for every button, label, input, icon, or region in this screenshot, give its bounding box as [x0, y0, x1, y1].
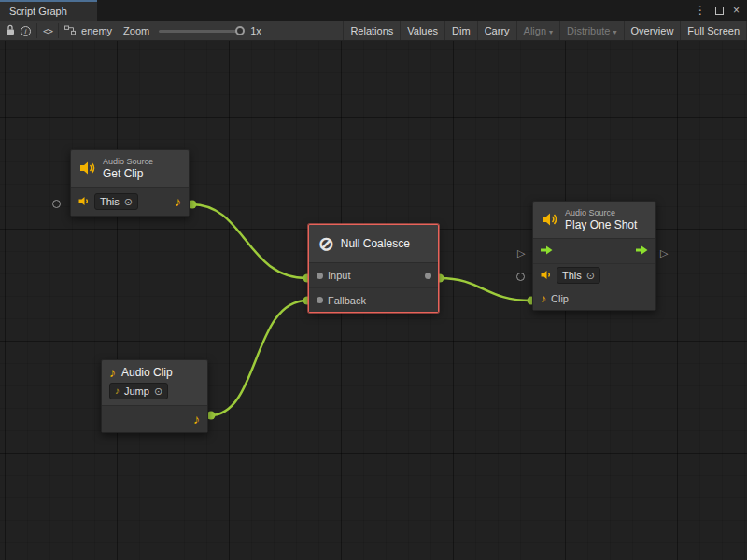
- node-title: Null Coalesce: [341, 237, 410, 250]
- play-one-shot-this-port[interactable]: [516, 273, 525, 281]
- node-play-one-shot[interactable]: Audio Source Play One Shot: [532, 201, 656, 311]
- play-one-shot-this-row: This ⊙: [533, 263, 655, 287]
- wire-nullcoalesce-to-clip[interactable]: [440, 278, 531, 301]
- this-dropdown[interactable]: This ⊙: [94, 193, 138, 210]
- get-clip-this-port[interactable]: [52, 200, 61, 208]
- chevron-down-icon: ▾: [549, 28, 553, 36]
- clip-port-row: ♪ Clip: [533, 287, 655, 310]
- dim-button[interactable]: Dim: [444, 21, 477, 40]
- node-title: Get Clip: [103, 167, 153, 180]
- full-screen-button[interactable]: Full Screen: [680, 21, 747, 40]
- node-get-clip[interactable]: Audio Source Get Clip This ⊙ ♪: [70, 149, 190, 217]
- chevron-down-icon: ▾: [613, 28, 617, 36]
- input-port-label: Input: [328, 270, 350, 281]
- node-title: Play One Shot: [565, 218, 637, 231]
- graph-breadcrumb[interactable]: enemy: [59, 21, 118, 40]
- window-close-icon[interactable]: ×: [733, 5, 740, 16]
- flow-out-port[interactable]: ▷: [660, 248, 668, 259]
- get-clip-this-row: This ⊙ ♪: [71, 188, 189, 216]
- node-get-clip-header[interactable]: Audio Source Get Clip: [71, 150, 189, 188]
- info-icon[interactable]: i: [21, 26, 31, 36]
- speaker-icon: [78, 196, 90, 208]
- target-picker-icon[interactable]: ⊙: [124, 197, 133, 207]
- result-output-port[interactable]: [425, 273, 431, 279]
- audioclip-output-icon: ♪: [193, 413, 200, 426]
- audio-source-icon: [79, 161, 96, 177]
- values-button[interactable]: Values: [400, 21, 444, 40]
- relations-button[interactable]: Relations: [343, 21, 400, 40]
- input-port-row: Input: [309, 263, 438, 287]
- node-null-coalesce[interactable]: ⊘ Null Coalesce Input Fallback: [308, 224, 439, 313]
- tab-script-graph[interactable]: Script Graph: [0, 0, 97, 21]
- clip-port-label: Clip: [551, 293, 569, 304]
- flow-in-arrow-icon[interactable]: [541, 245, 553, 258]
- target-picker-icon[interactable]: ⊙: [586, 271, 595, 281]
- graph-name-label: enemy: [81, 25, 112, 36]
- carry-button[interactable]: Carry: [477, 21, 516, 40]
- node-audio-clip[interactable]: ♪ Audio Clip ♪ Jump ⊙ ♪: [101, 359, 208, 433]
- graph-toolbar: i <> enemy Zoom 1x Relations: [0, 21, 747, 41]
- fallback-port-label: Fallback: [328, 295, 366, 306]
- flow-out-arrow-icon[interactable]: [636, 245, 648, 258]
- clip-port-icon: ♪: [541, 293, 546, 304]
- window-maximize-icon[interactable]: [715, 7, 724, 15]
- script-graph-window: Script Graph ⋮ × i <>: [0, 0, 747, 560]
- wire-audioclip-to-fallback[interactable]: [210, 301, 307, 415]
- zoom-slider[interactable]: [159, 30, 241, 33]
- fallback-port[interactable]: [317, 297, 323, 303]
- graph-canvas[interactable]: Audio Source Get Clip This ⊙ ♪: [0, 41, 747, 560]
- zoom-label: Zoom: [123, 25, 149, 36]
- flow-row: [533, 239, 655, 263]
- fallback-port-row: Fallback: [309, 287, 438, 312]
- graph-asset-icon: [64, 25, 76, 37]
- node-null-coalesce-header[interactable]: ⊘ Null Coalesce: [309, 225, 438, 263]
- code-preview-icon[interactable]: <>: [43, 26, 52, 36]
- distribute-dropdown-button: Distribute ▾: [559, 21, 623, 40]
- this-dropdown[interactable]: This ⊙: [557, 267, 600, 284]
- align-dropdown-button: Align ▾: [516, 21, 559, 40]
- music-note-icon: ♪: [115, 385, 120, 398]
- node-category: Audio Source: [103, 157, 153, 167]
- audio-source-icon: [542, 212, 558, 229]
- window-menu-icon[interactable]: ⋮: [695, 5, 706, 16]
- node-audio-clip-header[interactable]: ♪ Audio Clip ♪ Jump ⊙: [102, 360, 207, 406]
- null-coalesce-icon: ⊘: [318, 234, 334, 253]
- input-port[interactable]: [317, 273, 323, 279]
- node-play-one-shot-header[interactable]: Audio Source Play One Shot: [533, 202, 655, 239]
- overview-button[interactable]: Overview: [624, 21, 681, 40]
- audio-clip-icon: ♪: [109, 366, 116, 379]
- wire-getclip-to-input[interactable]: [191, 204, 307, 278]
- tab-label: Script Graph: [9, 6, 67, 17]
- flow-in-port[interactable]: ▷: [517, 248, 525, 259]
- node-category: Audio Source: [565, 208, 637, 218]
- lock-icon[interactable]: [6, 24, 15, 37]
- speaker-icon: [541, 270, 552, 282]
- audio-clip-object-dropdown[interactable]: ♪ Jump ⊙: [109, 383, 168, 399]
- zoom-slider-knob[interactable]: [235, 26, 245, 35]
- window-controls: ⋮ ×: [687, 0, 747, 21]
- audio-clip-output-row: ♪: [102, 406, 207, 432]
- zoom-value: 1x: [250, 25, 261, 36]
- tab-bar: Script Graph ⋮ ×: [0, 0, 747, 21]
- audioclip-output-icon: ♪: [175, 195, 181, 208]
- target-picker-icon[interactable]: ⊙: [154, 386, 162, 397]
- node-title: Audio Clip: [121, 366, 173, 379]
- toolbar-buttons: Relations Values Dim Carry Align ▾ Distr…: [343, 21, 747, 40]
- tabbar-spacer: [97, 0, 687, 21]
